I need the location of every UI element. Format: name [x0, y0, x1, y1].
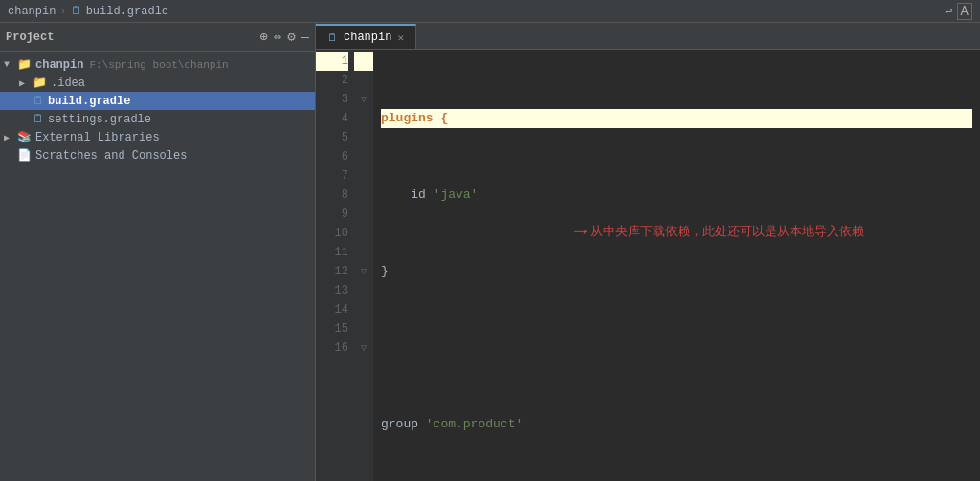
top-bar-actions: ↩ A	[945, 3, 972, 20]
sidebar-item-label: .idea	[51, 77, 85, 90]
sidebar-item-label: settings.gradle	[48, 113, 151, 126]
idea-folder-icon: 📁	[33, 76, 47, 90]
sidebar-item-label: External Libraries	[35, 131, 160, 144]
tab-chanpin[interactable]: 🗒 chanpin ✕	[316, 24, 416, 49]
code-token: id	[381, 186, 434, 205]
gradle-settings-icon: 🗒	[33, 112, 44, 126]
code-token: group	[381, 415, 426, 434]
gradle-file-icon: 🗒	[33, 94, 44, 108]
tab-gradle-icon: 🗒	[327, 32, 338, 44]
code-token: }	[381, 262, 389, 281]
editor-area: 🗒 chanpin ✕ 1 2 3 4 5 6 7 8 9 10 11 12 1…	[316, 23, 980, 481]
letter-a-icon[interactable]: A	[957, 3, 972, 20]
sidebar-header: Project ⊕ ⇔ ⚙ —	[0, 23, 315, 52]
code-line-4	[381, 339, 972, 358]
annotation-text: 从中央库下载依赖，此处还可以是从本地导入依赖	[590, 223, 864, 242]
sidebar-item-settings-gradle[interactable]: ▶ 🗒 settings.gradle	[0, 110, 315, 128]
code-line-1: plugins {	[381, 109, 972, 128]
tab-close-icon[interactable]: ✕	[397, 32, 404, 44]
add-icon[interactable]: ⊕	[259, 29, 267, 45]
code-view[interactable]: 1 2 3 4 5 6 7 8 9 10 11 12 13 14 15 16	[316, 50, 980, 481]
sidebar-title: Project	[6, 31, 252, 44]
editor-tabs: 🗒 chanpin ✕	[316, 23, 980, 50]
code-token: 'java'	[434, 186, 479, 205]
sidebar-item-chanpin[interactable]: ▼ 📁 chanpin F:\spring boot\chanpin	[0, 55, 315, 74]
settings-icon[interactable]: ⚙	[287, 29, 295, 45]
back-icon[interactable]: ↩	[945, 3, 952, 20]
project-name: chanpin	[8, 5, 56, 18]
code-token: 'com.product'	[426, 415, 523, 434]
annotation-arrow-icon: →	[574, 222, 587, 243]
arrow-icon: ▶	[19, 77, 31, 89]
breadcrumb-sep: ›	[59, 5, 66, 18]
arrow-icon: ▶	[4, 132, 15, 143]
tab-label: chanpin	[344, 31, 391, 44]
line-numbers: 1 2 3 4 5 6 7 8 9 10 11 12 13 14 15 16	[316, 50, 354, 481]
code-line-5: group 'com.product'	[381, 415, 972, 434]
main-layout: Project ⊕ ⇔ ⚙ — ▼ 📁 chanpin F:\spring bo…	[0, 23, 980, 481]
code-line-2: id 'java'	[381, 186, 972, 205]
sidebar-item-label: chanpin	[35, 58, 83, 72]
ext-lib-icon: 📚	[17, 130, 32, 144]
arrow-icon: ▼	[4, 59, 15, 70]
scratch-icon: 📄	[17, 148, 32, 163]
code-token: plugins {	[381, 109, 448, 128]
code-gutter: ▽ ▽ ▽	[354, 50, 373, 481]
sidebar-item-external-libraries[interactable]: ▶ 📚 External Libraries	[0, 128, 315, 146]
sidebar: Project ⊕ ⇔ ⚙ — ▼ 📁 chanpin F:\spring bo…	[0, 23, 316, 481]
folder-icon: 📁	[17, 57, 32, 72]
file-name: build.gradle	[86, 5, 168, 18]
sidebar-item-build-gradle[interactable]: ▶ 🗒 build.gradle	[0, 92, 315, 110]
annotation-container: → 从中央库下载依赖，此处还可以是从本地导入依赖	[574, 222, 864, 243]
sidebar-item-idea[interactable]: ▶ 📁 .idea	[0, 74, 315, 92]
sidebar-item-meta: F:\spring boot\chanpin	[89, 59, 228, 71]
sidebar-tree: ▼ 📁 chanpin F:\spring boot\chanpin ▶ 📁 .…	[0, 52, 315, 481]
gradle-file-icon: 🗒	[71, 4, 82, 18]
sidebar-icon-group: ⊕ ⇔ ⚙ —	[259, 29, 309, 45]
sidebar-item-scratches[interactable]: ▶ 📄 Scratches and Consoles	[0, 146, 315, 164]
breadcrumb: chanpin › 🗒 build.gradle	[8, 4, 168, 18]
top-bar: chanpin › 🗒 build.gradle ↩ A	[0, 0, 980, 23]
close-icon[interactable]: —	[301, 30, 309, 45]
code-content[interactable]: plugins { id 'java' } group 'com.product…	[373, 50, 980, 481]
sidebar-item-label: build.gradle	[48, 95, 130, 108]
code-line-3: }	[381, 262, 972, 281]
collapse-icon[interactable]: ⇔	[274, 29, 281, 45]
sidebar-item-label: Scratches and Consoles	[35, 149, 187, 163]
